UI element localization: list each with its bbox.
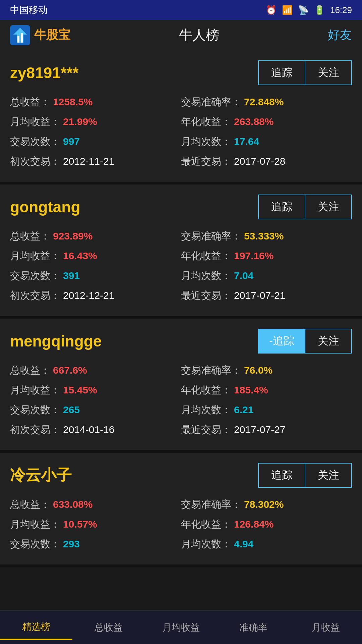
stat-row-0-right-0: 交易准确率：72.848% — [181, 95, 352, 109]
carrier-label: 中国移动 — [10, 4, 48, 16]
stat-value-1-r-2: 7.04 — [234, 270, 253, 281]
stat-row-0-right-3: 最近交易：2017-07-28 — [181, 155, 352, 168]
tab-4[interactable]: 月收益 — [290, 616, 362, 639]
follow-button-2[interactable]: 关注 — [305, 329, 352, 354]
stat-label-0-r-0: 交易准确率： — [181, 95, 241, 109]
stats-grid-0: 总收益：1258.5%交易准确率：72.848%月均收益：21.99%年化收益：… — [10, 95, 352, 168]
card-buttons-3: 追踪关注 — [258, 463, 352, 488]
stat-row-1-left-2: 交易次数：391 — [10, 269, 181, 283]
stat-row-0-left-1: 月均收益：21.99% — [10, 115, 181, 129]
tab-bar: 精选榜总收益月均收益准确率月收益 — [0, 610, 362, 644]
stat-label-1-l-1: 月均收益： — [10, 249, 60, 263]
username-3: 冷云小子 — [10, 465, 72, 486]
card-header-3: 冷云小子追踪关注 — [10, 463, 352, 488]
username-2: mengqingge — [10, 332, 102, 350]
svg-rect-3 — [21, 33, 23, 43]
stat-row-3-right-0: 交易准确率：78.302% — [181, 498, 352, 512]
stat-value-0-l-3: 2012-11-21 — [63, 156, 114, 167]
stats-grid-3: 总收益：633.08%交易准确率：78.302%月均收益：10.57%年化收益：… — [10, 498, 352, 551]
logo-icon — [10, 25, 30, 45]
stat-label-2-r-2: 月均次数： — [181, 403, 231, 417]
stat-value-0-r-3: 2017-07-28 — [234, 156, 285, 167]
stat-value-2-l-2: 265 — [63, 404, 80, 416]
stat-value-2-r-1: 185.4% — [234, 384, 268, 396]
stat-label-2-l-1: 月均收益： — [10, 383, 60, 397]
stat-value-1-l-2: 391 — [63, 270, 80, 281]
logo-text: 牛股宝 — [34, 27, 70, 43]
stat-row-0-left-0: 总收益：1258.5% — [10, 95, 181, 109]
stat-value-2-r-0: 76.0% — [244, 365, 273, 376]
stat-value-3-r-2: 4.94 — [234, 538, 253, 550]
stat-value-3-r-0: 78.302% — [244, 499, 284, 510]
stat-label-3-r-2: 月均次数： — [181, 537, 231, 551]
stat-value-0-r-1: 263.88% — [234, 116, 274, 127]
stat-row-2-left-2: 交易次数：265 — [10, 403, 181, 417]
user-card-0: zy8191***追踪关注总收益：1258.5%交易准确率：72.848%月均收… — [0, 50, 362, 184]
stat-label-0-l-1: 月均收益： — [10, 115, 60, 129]
stat-row-0-left-2: 交易次数：997 — [10, 135, 181, 149]
signal-icon: 📡 — [298, 5, 309, 15]
wifi-icon: 📶 — [282, 5, 293, 15]
follow-button-3[interactable]: 关注 — [305, 463, 352, 488]
follow-button-1[interactable]: 关注 — [305, 195, 352, 219]
stat-label-3-l-2: 交易次数： — [10, 537, 60, 551]
stat-label-3-l-1: 月均收益： — [10, 518, 60, 531]
stat-label-3-r-0: 交易准确率： — [181, 498, 241, 512]
battery-icon: 🔋 — [314, 5, 325, 15]
status-icons: ⏰ 📶 📡 🔋 16:29 — [266, 5, 352, 15]
track-button-3[interactable]: 追踪 — [258, 463, 305, 488]
stat-value-3-l-2: 293 — [63, 538, 80, 550]
stat-label-0-r-1: 年化收益： — [181, 115, 231, 129]
user-card-1: gongtang追踪关注总收益：923.89%交易准确率：53.333%月均收益… — [0, 184, 362, 319]
track-button-0[interactable]: 追踪 — [258, 60, 305, 85]
stat-row-1-right-0: 交易准确率：53.333% — [181, 229, 352, 243]
stat-label-0-l-2: 交易次数： — [10, 135, 60, 149]
card-header-2: mengqingge-追踪关注 — [10, 329, 352, 354]
friend-button[interactable]: 好友 — [328, 27, 352, 43]
stat-row-1-right-2: 月均次数：7.04 — [181, 269, 352, 283]
username-1: gongtang — [10, 198, 80, 216]
user-card-3: 冷云小子追踪关注总收益：633.08%交易准确率：78.302%月均收益：10.… — [0, 453, 362, 567]
stat-row-2-left-3: 初次交易：2014-01-16 — [10, 423, 181, 437]
stat-row-1-left-0: 总收益：923.89% — [10, 229, 181, 243]
stat-row-0-right-2: 月均次数：17.64 — [181, 135, 352, 149]
status-bar: 中国移动 ⏰ 📶 📡 🔋 16:29 — [0, 0, 362, 20]
follow-button-0[interactable]: 关注 — [305, 60, 352, 85]
stats-grid-1: 总收益：923.89%交易准确率：53.333%月均收益：16.43%年化收益：… — [10, 229, 352, 303]
stat-label-2-r-3: 最近交易： — [181, 423, 231, 437]
track-button-2[interactable]: -追踪 — [258, 329, 305, 354]
stat-row-2-left-0: 总收益：667.6% — [10, 364, 181, 377]
stat-value-0-r-0: 72.848% — [244, 96, 284, 108]
logo-container: 牛股宝 — [10, 25, 70, 45]
stat-row-3-right-2: 月均次数：4.94 — [181, 537, 352, 551]
stat-label-3-r-1: 年化收益： — [181, 518, 231, 531]
stat-row-3-right-1: 年化收益：126.84% — [181, 518, 352, 531]
stats-grid-2: 总收益：667.6%交易准确率：76.0%月均收益：15.45%年化收益：185… — [10, 364, 352, 437]
stat-label-2-l-0: 总收益： — [10, 364, 50, 377]
stat-value-2-r-3: 2017-07-27 — [234, 424, 285, 435]
stat-label-0-l-3: 初次交易： — [10, 155, 60, 168]
tab-0[interactable]: 精选榜 — [0, 615, 72, 640]
stat-row-2-left-1: 月均收益：15.45% — [10, 383, 181, 397]
card-header-0: zy8191***追踪关注 — [10, 60, 352, 85]
stat-value-1-r-1: 197.16% — [234, 250, 274, 262]
tab-2[interactable]: 月均收益 — [145, 616, 217, 639]
stat-value-0-l-2: 997 — [63, 136, 80, 147]
stat-label-0-r-3: 最近交易： — [181, 155, 231, 168]
stat-label-2-l-3: 初次交易： — [10, 423, 60, 437]
stat-value-2-r-2: 6.21 — [234, 404, 253, 416]
stat-value-1-r-3: 2017-07-21 — [234, 290, 285, 301]
track-button-1[interactable]: 追踪 — [258, 195, 305, 219]
tab-1[interactable]: 总收益 — [72, 616, 145, 639]
stat-value-2-l-0: 667.6% — [53, 365, 87, 376]
tab-3[interactable]: 准确率 — [217, 616, 290, 639]
stat-label-0-r-2: 月均次数： — [181, 135, 231, 149]
stat-row-2-right-3: 最近交易：2017-07-27 — [181, 423, 352, 437]
stat-label-2-r-1: 年化收益： — [181, 383, 231, 397]
stat-row-1-right-3: 最近交易：2017-07-21 — [181, 289, 352, 303]
stat-row-2-right-0: 交易准确率：76.0% — [181, 364, 352, 377]
stat-label-3-l-0: 总收益： — [10, 498, 50, 512]
stat-value-3-l-0: 633.08% — [53, 499, 93, 510]
stat-value-1-l-1: 16.43% — [63, 250, 97, 262]
card-buttons-0: 追踪关注 — [258, 60, 352, 85]
